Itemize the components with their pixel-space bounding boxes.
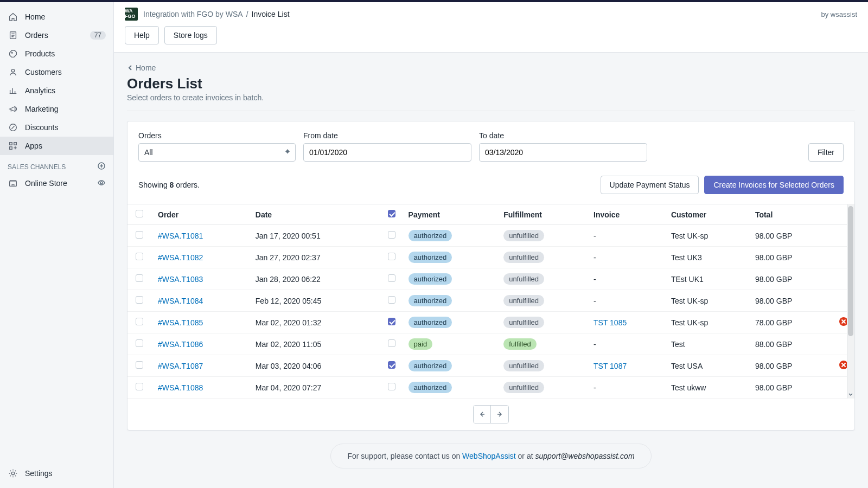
- back-link[interactable]: Home: [127, 63, 855, 72]
- col-order[interactable]: Order: [151, 204, 249, 225]
- order-link[interactable]: #WSA.T1086: [158, 340, 203, 349]
- row-checkbox-secondary[interactable]: [388, 383, 395, 390]
- sidebar-item-label: Products: [25, 49, 106, 58]
- row-checkbox[interactable]: [136, 318, 143, 325]
- select-all-checkbox[interactable]: [136, 210, 143, 217]
- row-checkbox[interactable]: [136, 274, 143, 282]
- sidebar-badge: 77: [90, 31, 106, 40]
- sidebar-item-home[interactable]: Home: [0, 8, 113, 26]
- row-checkbox[interactable]: [136, 383, 143, 390]
- create-invoices-button[interactable]: Create Invoices for Selected Orders: [704, 176, 844, 194]
- sidebar-item-discounts[interactable]: Discounts: [0, 118, 113, 137]
- sidebar-item-orders[interactable]: Orders77: [0, 26, 113, 44]
- fulfillment-badge: unfulfilled: [503, 317, 544, 328]
- order-link[interactable]: #WSA.T1087: [158, 362, 203, 370]
- invoice-value: -: [593, 383, 596, 392]
- row-checkbox-secondary[interactable]: [388, 361, 395, 369]
- showing-text: Showing 8 orders.: [138, 181, 200, 189]
- row-checkbox-secondary[interactable]: [388, 296, 395, 304]
- col-invoice[interactable]: Invoice: [587, 204, 665, 225]
- svg-rect-5: [14, 143, 17, 145]
- scroll-down-icon[interactable]: [848, 392, 853, 397]
- sidebar-item-label: Customers: [25, 68, 106, 76]
- sidebar-item-label: Analytics: [25, 86, 106, 95]
- payment-badge: authorized: [409, 360, 452, 371]
- support-footer: For support, please contact us on WebSho…: [127, 444, 855, 468]
- order-date: Jan 17, 2020 00:51: [249, 225, 381, 247]
- col-payment[interactable]: Payment: [402, 204, 497, 225]
- sidebar-item-apps[interactable]: Apps: [0, 137, 113, 155]
- sidebar-item-products[interactable]: Products: [0, 44, 113, 63]
- marketing-icon: [8, 104, 18, 114]
- sidebar-item-settings[interactable]: Settings: [0, 464, 113, 483]
- col-fulfillment[interactable]: Fulfillment: [497, 204, 587, 225]
- chevron-left-icon: [127, 65, 133, 71]
- main-area: WA FGO Integration with FGO by WSA / Inv…: [114, 2, 868, 488]
- col-customer[interactable]: Customer: [665, 204, 749, 225]
- filter-button[interactable]: Filter: [808, 143, 844, 162]
- row-checkbox[interactable]: [136, 339, 143, 347]
- order-total: 98.00 GBP: [749, 268, 833, 290]
- scrollbar[interactable]: [847, 204, 854, 399]
- customer-name: Test UK3: [665, 247, 749, 268]
- support-link[interactable]: WebShopAssist: [462, 452, 516, 460]
- row-checkbox-secondary[interactable]: [388, 253, 395, 260]
- row-checkbox-secondary[interactable]: [388, 274, 395, 282]
- from-date-input[interactable]: [303, 143, 471, 162]
- col-total[interactable]: Total: [749, 204, 833, 225]
- breadcrumb-app[interactable]: Integration with FGO by WSA: [143, 10, 243, 18]
- row-checkbox[interactable]: [136, 361, 143, 369]
- svg-point-9: [11, 472, 14, 474]
- col-date[interactable]: Date: [249, 204, 381, 225]
- order-total: 98.00 GBP: [749, 355, 833, 377]
- home-icon: [8, 11, 18, 22]
- invoice-link[interactable]: TST 1085: [593, 318, 627, 327]
- breadcrumb-current: Invoice List: [252, 10, 290, 18]
- svg-rect-4: [10, 143, 12, 145]
- back-link-label: Home: [136, 63, 156, 72]
- order-date: Jan 27, 2020 02:37: [249, 247, 381, 268]
- orders-card: Orders All From date To date Filter: [127, 121, 855, 431]
- row-checkbox[interactable]: [136, 296, 143, 304]
- customer-name: Test ukww: [665, 377, 749, 399]
- order-link[interactable]: #WSA.T1088: [158, 383, 203, 392]
- help-button[interactable]: Help: [125, 26, 159, 44]
- update-payment-button[interactable]: Update Payment Status: [601, 176, 699, 194]
- order-total: 78.00 GBP: [749, 312, 833, 333]
- invoice-link[interactable]: TST 1087: [593, 362, 627, 370]
- payment-badge: authorized: [409, 273, 452, 285]
- table-row: #WSA.T1086Mar 02, 2020 11:05paidfulfille…: [127, 333, 854, 355]
- eye-icon[interactable]: [97, 178, 106, 189]
- sidebar-item-customers[interactable]: Customers: [0, 63, 113, 81]
- scrollbar-thumb[interactable]: [848, 206, 853, 336]
- order-link[interactable]: #WSA.T1082: [158, 253, 203, 262]
- order-total: 88.00 GBP: [749, 333, 833, 355]
- add-channel-icon[interactable]: [97, 162, 106, 172]
- order-link[interactable]: #WSA.T1084: [158, 297, 203, 305]
- order-total: 98.00 GBP: [749, 247, 833, 268]
- customer-name: Test UK-sp: [665, 290, 749, 312]
- analytics-icon: [8, 85, 18, 96]
- row-checkbox[interactable]: [136, 231, 143, 239]
- orders-filter-select[interactable]: All: [138, 143, 296, 162]
- row-checkbox-secondary[interactable]: [388, 339, 395, 347]
- sidebar-item-label: Orders: [25, 31, 90, 40]
- order-link[interactable]: #WSA.T1083: [158, 275, 203, 284]
- order-link[interactable]: #WSA.T1081: [158, 232, 203, 240]
- channel-item-online-store[interactable]: Online Store: [0, 174, 113, 192]
- payment-badge: authorized: [409, 317, 452, 328]
- row-checkbox-secondary[interactable]: [388, 318, 395, 325]
- sidebar-item-marketing[interactable]: Marketing: [0, 100, 113, 118]
- sidebar-item-analytics[interactable]: Analytics: [0, 81, 113, 100]
- pager-prev-button[interactable]: [474, 406, 491, 423]
- pager-next-button[interactable]: [491, 406, 508, 423]
- to-date-input[interactable]: [479, 143, 647, 162]
- apps-icon: [8, 140, 18, 151]
- row-checkbox[interactable]: [136, 253, 143, 260]
- header-checkbox-secondary[interactable]: [388, 210, 395, 217]
- store-logs-button[interactable]: Store logs: [164, 26, 217, 44]
- row-checkbox-secondary[interactable]: [388, 231, 395, 239]
- payment-badge: paid: [409, 338, 433, 350]
- payment-badge: authorized: [409, 295, 452, 306]
- order-link[interactable]: #WSA.T1085: [158, 318, 203, 327]
